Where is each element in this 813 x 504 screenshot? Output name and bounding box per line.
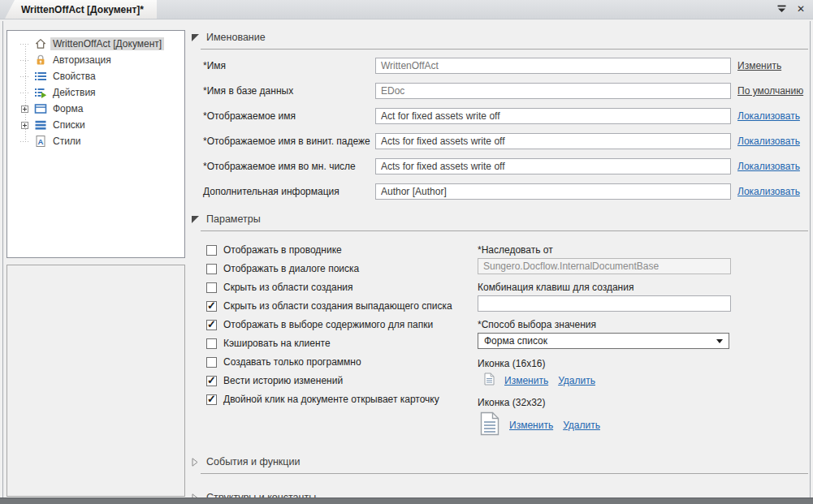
checkbox[interactable] [206,245,217,256]
db-name-input[interactable] [375,83,731,99]
tab-bar: WrittenOffAct [Документ]* ✕ [0,0,813,19]
checkbox-row: Отображать в проводнике [206,244,478,256]
checkbox-row: Кэшировать на клиенте [206,338,478,349]
expand-toggle-icon[interactable] [21,106,28,113]
section-title: Параметры [206,213,261,225]
display-name-plural-input[interactable] [375,158,731,174]
checkbox-row: Двойной клик на документе открывает карт… [206,394,478,405]
checkbox[interactable] [206,301,217,312]
checkbox[interactable] [206,376,217,386]
field-row-name: *Имя Изменить [203,57,808,75]
checkbox[interactable] [206,394,217,405]
collapse-triangle-icon [191,216,199,223]
form-icon [33,102,47,115]
structure-tree-panel: WrittenOffAct [Документ] Авторизация Сво… [6,30,185,258]
document-icon-large [480,411,499,439]
icon32-group: Иконка (32x32) Изменить Удалить [478,397,731,439]
hotkey-label: Комбинация клавиш для создания [478,282,731,293]
window-left-edge [2,21,3,498]
collapse-triangle-icon [191,34,199,41]
properties-list-icon [33,70,47,83]
change-link[interactable]: Изменить [737,60,781,71]
tree-item-lists[interactable]: Списки [7,117,184,133]
localize-link[interactable]: Локализовать [737,110,800,122]
field-label: *Отображаемое имя в винит. падеже [203,136,375,147]
section-divider [201,226,808,231]
icon32-remove-link[interactable]: Удалить [563,420,600,431]
default-link[interactable]: По умолчанию [737,85,803,97]
structure-tree: WrittenOffAct [Документ] Авторизация Сво… [7,36,184,149]
checkbox[interactable] [206,357,217,368]
checkbox-row: Отображать в выборе содержимого для папк… [206,319,478,330]
section-divider [201,468,808,474]
icon16-group: Иконка (16x16) Изменить Удалить [478,358,731,389]
checkbox[interactable] [206,338,217,349]
tree-item-actions[interactable]: Действия [7,84,184,101]
field-row-display-name: *Отображаемое имя Локализовать [203,107,808,125]
inherit-from-input [478,258,731,274]
document-icon-small [484,373,495,389]
hotkey-input[interactable] [478,295,731,312]
chevron-down-icon [716,339,723,343]
styles-icon: A [33,135,47,148]
document-type-editor-window: WrittenOffAct [Документ]* ✕ WrittenOffAc… [0,0,813,504]
field-row-display-name-accusative: *Отображаемое имя в винит. падеже Локали… [203,132,808,150]
section-header-naming[interactable]: Именование [188,31,808,44]
tab-writtenoffact[interactable]: WrittenOffAct [Документ]* [5,0,157,19]
icon16-change-link[interactable]: Изменить [504,375,548,386]
display-name-input[interactable] [375,108,731,124]
icon16-remove-link[interactable]: Удалить [558,375,595,386]
localize-link[interactable]: Локализовать [737,161,800,172]
parameters-checkbox-column: Отображать в проводнике Отображать в диа… [206,244,478,447]
window-bottom-edge [0,498,813,504]
field-row-display-name-plural: *Отображаемое имя во мн. числе Локализов… [203,157,808,175]
field-row-db-name: *Имя в базе данных По умолчанию [203,82,808,100]
close-icon[interactable]: ✕ [795,3,807,15]
svg-text:A: A [37,137,43,146]
additional-info-input[interactable] [375,183,731,200]
inherit-from-label: *Наследовать от [478,244,731,256]
checkbox[interactable] [206,264,217,274]
actions-run-icon [33,86,47,99]
icon16-label: Иконка (16x16) [478,358,731,369]
tree-item-authorization[interactable]: Авторизация [7,52,184,68]
tree-item-styles[interactable]: A Стили [7,133,184,149]
parameters-right-column: *Наследовать от Комбинация клавиш для со… [478,244,731,447]
lock-icon [33,54,47,67]
checkbox[interactable] [206,282,217,293]
field-label: *Имя [203,60,375,71]
section-header-events[interactable]: События и функции [188,455,808,468]
expand-toggle-icon[interactable] [21,122,28,129]
tab-list-dropdown-icon[interactable] [776,3,787,15]
tree-item-properties[interactable]: Свойства [7,68,184,84]
home-icon [33,37,47,50]
localize-link[interactable]: Локализовать [737,186,800,197]
icon32-label: Иконка (32x32) [478,397,731,408]
checkbox-row: Скрыть из области создания [206,282,478,293]
tab-title: WrittenOffAct [Документ]* [21,4,144,15]
expand-triangle-icon [191,458,199,467]
section-divider [201,44,808,50]
choose-mode-label: *Способ выбора значения [478,319,731,330]
tree-item-root[interactable]: WrittenOffAct [Документ] [7,36,184,52]
preview-panel [6,265,185,497]
name-input[interactable] [375,58,731,74]
choose-mode-dropdown[interactable]: Форма список [478,333,729,349]
localize-link[interactable]: Локализовать [737,136,800,147]
choose-mode-value: Форма список [484,335,547,347]
tree-item-form[interactable]: Форма [7,101,184,117]
display-name-accusative-input[interactable] [375,133,731,149]
section-title: Именование [206,32,266,43]
field-label: *Отображаемое имя [203,110,375,122]
checkbox[interactable] [206,320,217,330]
field-label: *Отображаемое имя во мн. числе [203,161,375,172]
window-right-edge [810,21,811,498]
section-header-parameters[interactable]: Параметры [188,213,808,226]
field-label: Дополнительная информация [203,186,375,197]
checkbox-row: Вести историю изменений [206,375,478,386]
icon32-change-link[interactable]: Изменить [509,420,553,431]
checkbox-row: Отображать в диалоге поиска [206,263,478,274]
lists-icon [33,118,47,131]
checkbox-row: Создавать только программно [206,356,478,368]
field-row-additional-info: Дополнительная информация Локализовать [203,183,808,200]
